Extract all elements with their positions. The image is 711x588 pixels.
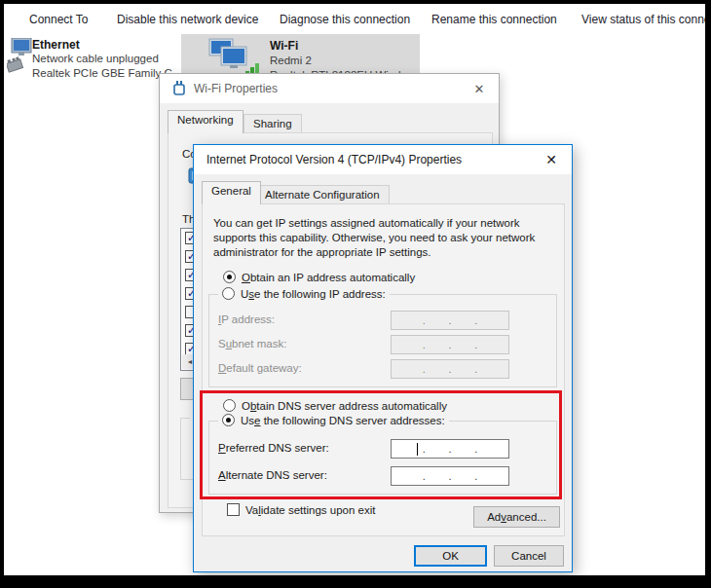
tab-sharing[interactable]: Sharing <box>243 114 302 133</box>
toolbar-view-status[interactable]: View status of this connection <box>581 13 705 26</box>
ethernet-unplugged-icon <box>7 38 32 79</box>
default-gateway-field: ... <box>391 359 509 379</box>
validate-settings-checkbox[interactable]: Validate settings upon exit <box>227 503 375 516</box>
ok-button[interactable]: OK <box>414 545 487 567</box>
radio-obtain-ip[interactable]: Obtain an IP address automatically <box>223 271 415 283</box>
ipv4-properties-dialog: Internet Protocol Version 4 (TCP/IPv4) P… <box>193 144 573 572</box>
ethernet-name: Ethernet <box>32 38 80 52</box>
subnet-mask-field: ... <box>391 335 509 354</box>
wifi-network: Redmi 2 <box>270 55 312 66</box>
radio-unselected-icon <box>222 287 235 300</box>
checkbox-unchecked-icon <box>227 503 240 516</box>
tab-alternate-configuration[interactable]: Alternate Configuration <box>255 185 390 204</box>
toolbar-rename[interactable]: Rename this connection <box>431 13 557 26</box>
dns-highlight-box <box>200 390 562 499</box>
subnet-mask-label: Subnet mask: <box>218 338 286 349</box>
radio-selected-icon <box>223 271 236 283</box>
ip-address-label: IP address: <box>218 313 275 325</box>
ipv4-dialog-titlebar[interactable]: Internet Protocol Version 4 (TCP/IPv4) P… <box>194 145 572 174</box>
wifi-dialog-title: Wi-Fi Properties <box>194 82 278 95</box>
radio-use-ip[interactable]: Use the following IP address: <box>218 287 390 300</box>
screenshot-root: { "colors": { "accent_blue": "#0078d7", … <box>0 0 711 588</box>
toolbar-connect-to[interactable]: Connect To <box>29 13 89 26</box>
ipv4-intro-text: You can get IP settings assigned automat… <box>213 216 556 260</box>
wifi-dialog-titlebar[interactable]: Wi-Fi Properties ✕ <box>160 74 499 103</box>
cancel-button[interactable]: Cancel <box>494 545 564 567</box>
tab-general[interactable]: General <box>202 181 261 204</box>
wifi-dialog-close-icon[interactable]: ✕ <box>467 77 492 100</box>
ethernet-status: Network cable unplugged <box>32 53 159 64</box>
network-connections-window: Connect To Disable this network device D… <box>4 4 705 575</box>
tab-networking[interactable]: Networking <box>168 110 243 133</box>
ipv4-dialog-close-icon[interactable]: ✕ <box>539 148 564 171</box>
default-gateway-label: Default gateway: <box>218 362 302 374</box>
ipv4-dialog-title: Internet Protocol Version 4 (TCP/IPv4) P… <box>206 153 462 166</box>
toolbar-diagnose[interactable]: Diagnose this connection <box>280 13 410 26</box>
toolbar-disable-device[interactable]: Disable this network device <box>117 13 258 26</box>
wifi-name: Wi-Fi <box>270 39 298 53</box>
network-adapter-icon <box>172 81 186 96</box>
ip-address-field: ... <box>391 311 509 330</box>
advanced-button[interactable]: Advanced... <box>473 506 560 528</box>
static-ip-groupbox: Use the following IP address: IP address… <box>208 294 557 387</box>
